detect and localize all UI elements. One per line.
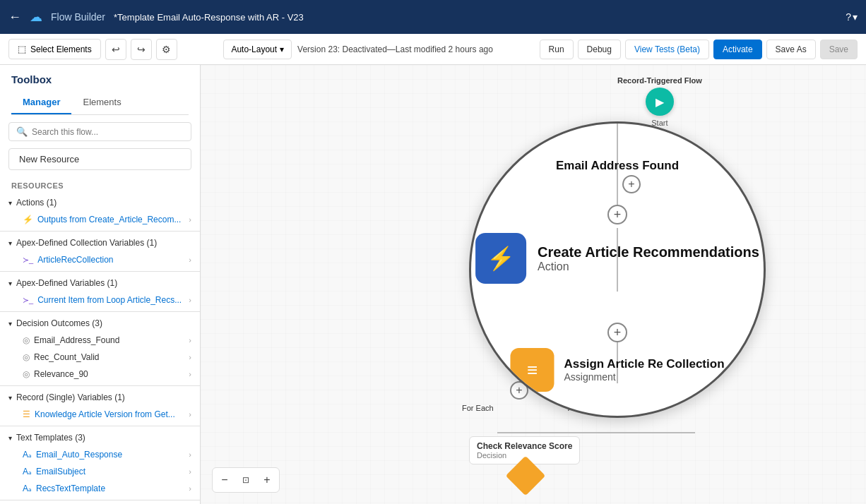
list-item[interactable]: Aₐ RecsTextTemplate › <box>0 480 200 497</box>
back-button[interactable]: ← <box>8 10 21 25</box>
group-apex-collection: ▾ Apex-Defined Collection Variables (1) … <box>0 234 200 268</box>
layout-dropdown[interactable]: Auto-Layout ▾ <box>223 40 292 59</box>
magnify-inner: Email Address Found + ⚡ Create Article R… <box>471 124 764 416</box>
save-as-label: Save As <box>776 44 807 54</box>
group-decision-outcomes-header[interactable]: ▾ Decision Outcomes (3) <box>0 315 200 332</box>
select-elements-button[interactable]: ⬚ Select Elements <box>8 39 101 59</box>
debug-button[interactable]: Debug <box>578 40 621 59</box>
view-tests-button[interactable]: View Tests (Beta) <box>625 40 709 59</box>
resources-list: ▾ Actions (1) ⚡ Outputs from Create_Arti… <box>0 194 200 504</box>
zoom-fit-button[interactable]: ⊡ <box>237 471 255 489</box>
search-input[interactable] <box>32 127 184 137</box>
list-item[interactable]: ◎ Rec_Count_Valid › <box>0 349 200 366</box>
item-label: Relevance_90 <box>34 369 184 379</box>
magnify-circle: Email Address Found + ⚡ Create Article R… <box>469 121 766 418</box>
group-text-templates-header[interactable]: ▾ Text Templates (3) <box>0 429 200 446</box>
undo-icon: ↩ <box>112 44 120 55</box>
back-icon: ← <box>8 10 21 25</box>
list-item[interactable]: ◎ Relevance_90 › <box>0 366 200 383</box>
group-actions-label: Actions (1) <box>16 198 191 208</box>
list-item[interactable]: ≻_ Current Item from Loop Article_Recs..… <box>0 292 200 308</box>
group-text-templates: ▾ Text Templates (3) Aₐ Email_Auto_Respo… <box>0 429 200 497</box>
chevron-right-icon: › <box>189 450 191 459</box>
help-dropdown-icon: ▾ <box>853 11 858 23</box>
zoom-out-icon: − <box>221 474 227 486</box>
item-label: Email_Address_Found <box>34 335 184 345</box>
help-label: ? <box>846 11 851 23</box>
chevron-right-icon: › <box>189 484 191 493</box>
assign-card-subtitle: Assignment <box>564 371 724 383</box>
item-label: EmailSubject <box>36 467 184 476</box>
record-triggered-flow-node: Record-Triggered Flow ▶ Start <box>617 76 702 127</box>
action-card-title: Create Article Recommendations <box>538 244 759 260</box>
decision-outcome-icon: ◎ <box>23 352 30 362</box>
item-label: RecsTextTemplate <box>36 484 184 493</box>
tab-manager[interactable]: Manager <box>11 91 71 114</box>
new-resource-label: New Resource <box>19 154 79 164</box>
text-template-icon: Aₐ <box>23 484 32 493</box>
settings-button[interactable]: ⚙ <box>156 39 177 60</box>
assign-card-icon: ≡ <box>510 348 554 392</box>
chevron-right-icon: › <box>189 467 191 476</box>
new-resource-button[interactable]: New Resource <box>8 148 191 170</box>
group-actions-header[interactable]: ▾ Actions (1) <box>0 194 200 211</box>
chevron-right-icon: › <box>189 256 191 264</box>
zoom-in-button[interactable]: + <box>258 471 276 489</box>
list-item[interactable]: ≻_ ArticleRecCollection › <box>0 251 200 268</box>
save-button[interactable]: Save <box>820 40 858 59</box>
group-apex-vars-label: Apex-Defined Variables (1) <box>16 278 191 288</box>
action-icon: ⚡ <box>23 215 33 224</box>
item-label: Outputs from Create_Article_Recom... <box>37 215 184 224</box>
zoom-out-button[interactable]: − <box>215 471 234 489</box>
view-tests-label: View Tests (Beta) <box>634 44 700 54</box>
action-card-icon: ⚡ <box>475 233 526 284</box>
assign-article-card[interactable]: ≡ Assign Article Re Collection Assignmen… <box>510 348 724 392</box>
chevron-right-icon: › <box>189 336 191 344</box>
item-label: ArticleRecCollection <box>37 255 184 265</box>
toolbox-title: Toolbox <box>11 73 189 85</box>
run-button[interactable]: Run <box>540 40 574 59</box>
search-icon: 🔍 <box>16 126 28 137</box>
chevron-right-icon: › <box>189 215 191 224</box>
decision-outcome-icon: ◎ <box>23 335 30 345</box>
debug-label: Debug <box>587 44 612 54</box>
group-apex-vars-header[interactable]: ▾ Apex-Defined Variables (1) <box>0 275 200 292</box>
check-relevance-label: Check Relevance Score <box>477 441 572 451</box>
group-record-vars-header[interactable]: ▾ Record (Single) Variables (1) <box>0 389 200 406</box>
email-found-label: Email Address Found <box>556 159 679 173</box>
list-item[interactable]: ◎ Email_Address_Found › <box>0 332 200 349</box>
activate-button[interactable]: Activate <box>713 40 762 59</box>
start-button[interactable]: ▶ <box>646 88 674 116</box>
list-item[interactable]: ⚡ Outputs from Create_Article_Recom... › <box>0 211 200 228</box>
zoom-fit-icon: ⊡ <box>242 475 249 485</box>
group-actions: ▾ Actions (1) ⚡ Outputs from Create_Arti… <box>0 194 200 228</box>
mag-add-button-1[interactable]: + <box>607 205 627 224</box>
group-decision-outcomes: ▾ Decision Outcomes (3) ◎ Email_Address_… <box>0 315 200 383</box>
add-connector-button-1[interactable]: + <box>622 175 641 193</box>
chevron-down-icon: ▾ <box>8 320 12 328</box>
chevron-down-icon: ▾ <box>8 199 12 207</box>
apex-var-icon: ≻_ <box>23 296 33 305</box>
group-apex-vars: ▾ Apex-Defined Variables (1) ≻_ Current … <box>0 275 200 308</box>
help-button[interactable]: ? ▾ <box>846 11 858 23</box>
run-label: Run <box>549 44 564 54</box>
undo-button[interactable]: ↩ <box>105 39 126 60</box>
create-article-rec-card[interactable]: ⚡ Create Article Recommendations Action <box>475 233 759 284</box>
apex-collection-icon: ≻_ <box>23 256 33 265</box>
redo-button[interactable]: ↪ <box>131 39 152 60</box>
group-apex-collection-header[interactable]: ▾ Apex-Defined Collection Variables (1) <box>0 234 200 251</box>
save-label: Save <box>829 44 848 54</box>
decision-outcome-icon: ◎ <box>23 369 30 379</box>
group-text-templates-label: Text Templates (3) <box>16 433 191 443</box>
action-card-subtitle: Action <box>538 260 759 273</box>
list-item[interactable]: Aₐ EmailSubject › <box>0 463 200 480</box>
activate-label: Activate <box>723 44 753 54</box>
mag-add-button-2[interactable]: + <box>607 323 627 342</box>
save-as-button[interactable]: Save As <box>766 40 816 59</box>
list-item[interactable]: Aₐ Email_Auto_Response › <box>0 446 200 463</box>
list-item[interactable]: ☰ Knowledge Article Version from Get... … <box>0 406 200 423</box>
zoom-in-icon: + <box>263 474 270 486</box>
chevron-down-icon: ▾ <box>8 394 12 402</box>
record-var-icon: ☰ <box>23 409 30 419</box>
tab-elements[interactable]: Elements <box>71 91 132 114</box>
